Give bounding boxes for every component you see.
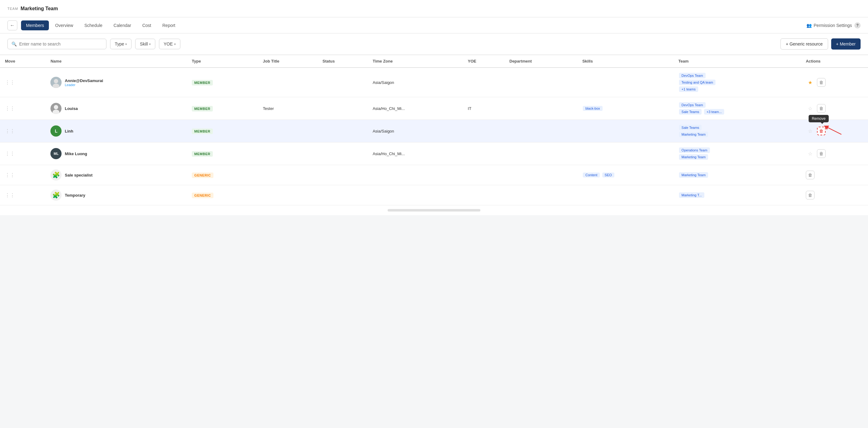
member-name: Linh	[65, 129, 73, 134]
delete-button[interactable]: 🗑	[817, 78, 826, 87]
department-cell	[504, 97, 578, 120]
type-badge: MEMBER	[192, 80, 213, 85]
add-generic-resource-button[interactable]: + Generic resource	[780, 38, 828, 50]
member-name-cell: Annie@DevSamurai Leader	[45, 67, 187, 97]
chevron-down-icon: ▾	[125, 42, 127, 46]
team-tag: Testing and QA team	[679, 80, 715, 85]
horizontal-scrollbar[interactable]	[388, 209, 480, 211]
type-cell: MEMBER	[187, 142, 258, 165]
timezone-cell: Asia/Saigon	[368, 120, 463, 142]
skills-cell: black-box	[577, 97, 674, 120]
star-button[interactable]: ★	[806, 78, 814, 87]
avatar	[51, 77, 62, 88]
avatar: 🧩	[51, 190, 62, 201]
team-title: Marketing Team	[21, 6, 58, 11]
col-type: Type	[187, 55, 258, 68]
tab-overview[interactable]: Overview	[50, 21, 78, 30]
team-tag: Sale Teams	[679, 125, 702, 131]
drag-cell: ⋮⋮	[0, 120, 45, 142]
actions-cell: ☆ Remove 🗑	[801, 120, 868, 142]
drag-handle-icon[interactable]: ⋮⋮	[5, 80, 15, 85]
drag-handle-icon[interactable]: ⋮⋮	[5, 129, 15, 134]
drag-cell: ⋮⋮	[0, 142, 45, 165]
job-title-cell	[258, 165, 318, 185]
yoe-cell	[463, 185, 504, 205]
search-input[interactable]	[19, 41, 102, 47]
status-cell	[318, 120, 368, 142]
timezone-cell	[368, 185, 463, 205]
col-yoe: YOE	[463, 55, 504, 68]
skills-cell: Content SEO	[577, 165, 674, 185]
team-cell: Marketing T...	[674, 185, 801, 205]
table-row: ⋮⋮ 🧩 Temporary GENERIC	[0, 185, 868, 205]
team-tag: Marketing T...	[679, 192, 704, 198]
search-box[interactable]: 🔍	[7, 39, 106, 49]
drag-handle-icon[interactable]: ⋮⋮	[5, 106, 15, 111]
tab-schedule[interactable]: Schedule	[80, 21, 107, 30]
actions-cell: ★ 🗑	[801, 67, 868, 97]
department-cell	[504, 67, 578, 97]
drag-cell: ⋮⋮	[0, 185, 45, 205]
toolbar: 🔍 Type ▾ Skill ▾ YOE ▾ + Generic resourc…	[0, 33, 868, 55]
back-button[interactable]: ←	[7, 21, 17, 30]
col-team: Team	[674, 55, 801, 68]
yoe-cell	[463, 67, 504, 97]
job-title-cell	[258, 67, 318, 97]
delete-button[interactable]: 🗑	[817, 149, 826, 158]
star-button[interactable]: ☆	[806, 104, 814, 113]
tab-cost[interactable]: Cost	[137, 21, 156, 30]
delete-button[interactable]: 🗑	[806, 171, 814, 179]
member-name-cell: Louisa	[45, 97, 187, 120]
skill-filter[interactable]: Skill ▾	[135, 39, 155, 49]
star-button[interactable]: ☆	[806, 149, 814, 158]
team-tag-more: +3 team...	[704, 109, 724, 115]
drag-cell: ⋮⋮	[0, 97, 45, 120]
department-cell	[504, 120, 578, 142]
tab-calendar[interactable]: Calendar	[108, 21, 136, 30]
member-name-cell: 🧩 Sale specialist	[45, 165, 187, 185]
delete-button[interactable]: 🗑	[806, 191, 814, 199]
drag-cell: ⋮⋮	[0, 67, 45, 97]
star-button[interactable]: ☆	[806, 127, 814, 135]
type-cell: MEMBER	[187, 97, 258, 120]
help-icon[interactable]: ?	[855, 22, 861, 28]
team-tag: Marketing Team	[679, 172, 708, 178]
yoe-filter[interactable]: YOE ▾	[159, 39, 180, 49]
drag-handle-icon[interactable]: ⋮⋮	[5, 151, 15, 156]
search-icon: 🔍	[11, 41, 17, 47]
col-timezone: Time Zone	[368, 55, 463, 68]
add-member-button[interactable]: + Member	[831, 38, 861, 50]
status-cell	[318, 97, 368, 120]
type-badge: GENERIC	[192, 193, 213, 198]
svg-point-1	[54, 79, 58, 83]
status-cell	[318, 142, 368, 165]
department-cell	[504, 185, 578, 205]
permission-settings-button[interactable]: 👥 Permission Settings	[806, 23, 852, 28]
chevron-down-icon: ▾	[174, 42, 176, 46]
table-row: ⋮⋮ Louisa MEMBER Tester	[0, 97, 868, 120]
type-filter[interactable]: Type ▾	[110, 39, 131, 49]
table-row: ⋮⋮ 🧩 Sale specialist GENERIC	[0, 165, 868, 185]
status-cell	[318, 165, 368, 185]
tab-bar: ← Members Overview Schedule Calendar Cos…	[0, 17, 868, 33]
team-tag: Operations Team	[679, 147, 710, 153]
member-name: Mike Luong	[65, 151, 87, 156]
tab-members[interactable]: Members	[21, 21, 49, 30]
job-title-cell	[258, 185, 318, 205]
avatar	[51, 103, 62, 114]
svg-point-4	[54, 105, 58, 109]
members-table-container: Move Name Type Job Title Status Time Zon…	[0, 55, 868, 215]
team-cell: Operations Team Marketing Team	[674, 142, 801, 165]
people-group-icon: 👥	[806, 23, 812, 28]
type-cell: MEMBER	[187, 120, 258, 142]
drag-handle-icon[interactable]: ⋮⋮	[5, 172, 15, 178]
tab-report[interactable]: Report	[157, 21, 180, 30]
drag-cell: ⋮⋮	[0, 165, 45, 185]
actions-cell: 🗑	[801, 165, 868, 185]
delete-button[interactable]: 🗑	[817, 104, 826, 113]
table-row: ⋮⋮ Annie@DevSamurai Leader MEMBER	[0, 67, 868, 97]
drag-handle-icon[interactable]: ⋮⋮	[5, 193, 15, 198]
toolbar-right: + Generic resource + Member	[780, 38, 861, 50]
type-cell: GENERIC	[187, 185, 258, 205]
col-job-title: Job Title	[258, 55, 318, 68]
